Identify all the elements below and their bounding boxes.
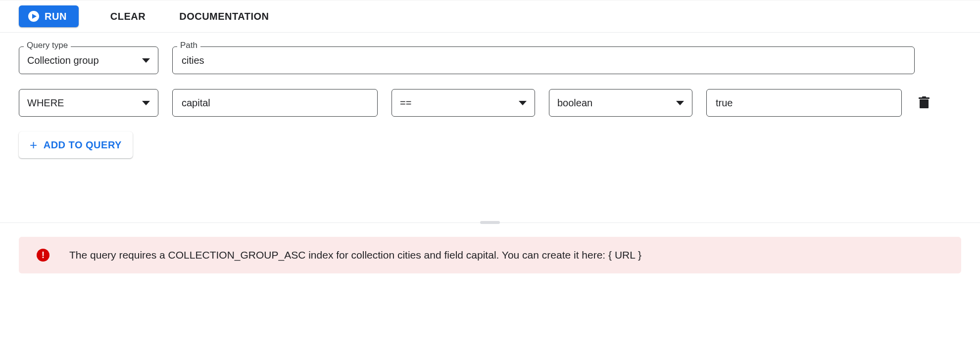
- toolbar: RUN CLEAR DOCUMENTATION: [0, 0, 980, 33]
- where-type-value: boolean: [557, 97, 592, 109]
- run-button[interactable]: RUN: [19, 5, 79, 27]
- delete-clause-button[interactable]: [916, 93, 932, 112]
- query-type-value: Collection group: [27, 55, 99, 66]
- where-value-input[interactable]: [715, 97, 893, 109]
- grip-icon: [480, 221, 500, 224]
- where-operator-select[interactable]: ==: [392, 89, 535, 117]
- clause-value: WHERE: [27, 97, 64, 109]
- caret-down-icon: [519, 101, 527, 105]
- svg-rect-1: [920, 99, 929, 108]
- path-field: Path: [172, 46, 915, 74]
- trash-icon: [919, 96, 930, 109]
- path-input-wrapper: [172, 46, 915, 74]
- play-icon: [28, 10, 40, 22]
- caret-down-icon: [142, 101, 150, 105]
- svg-rect-3: [922, 96, 926, 98]
- where-value-input-wrapper: [706, 89, 902, 117]
- clear-button[interactable]: CLEAR: [108, 6, 147, 27]
- error-message: The query requires a COLLECTION_GROUP_AS…: [69, 249, 641, 261]
- where-field-input[interactable]: [181, 97, 369, 109]
- where-field-input-wrapper: [172, 89, 378, 117]
- resize-divider[interactable]: [0, 222, 980, 223]
- query-type-field: Query type Collection group: [19, 46, 158, 74]
- clause-select[interactable]: WHERE: [19, 89, 158, 117]
- query-builder: Query type Collection group Path WHERE =…: [0, 33, 980, 178]
- add-to-query-button[interactable]: + ADD TO QUERY: [19, 132, 133, 158]
- caret-down-icon: [142, 58, 150, 63]
- run-label: RUN: [45, 11, 67, 22]
- caret-down-icon: [676, 101, 684, 105]
- add-to-query-label: ADD TO QUERY: [44, 139, 122, 151]
- path-label: Path: [177, 41, 200, 50]
- error-alert: ! The query requires a COLLECTION_GROUP_…: [19, 237, 961, 273]
- documentation-button[interactable]: DOCUMENTATION: [177, 6, 271, 27]
- where-type-select[interactable]: boolean: [549, 89, 692, 117]
- path-input[interactable]: [181, 54, 906, 67]
- query-type-label: Query type: [24, 41, 71, 50]
- where-operator-value: ==: [400, 97, 411, 109]
- error-icon: !: [37, 249, 49, 262]
- query-type-select[interactable]: Collection group: [19, 46, 158, 74]
- plus-icon: +: [30, 138, 38, 151]
